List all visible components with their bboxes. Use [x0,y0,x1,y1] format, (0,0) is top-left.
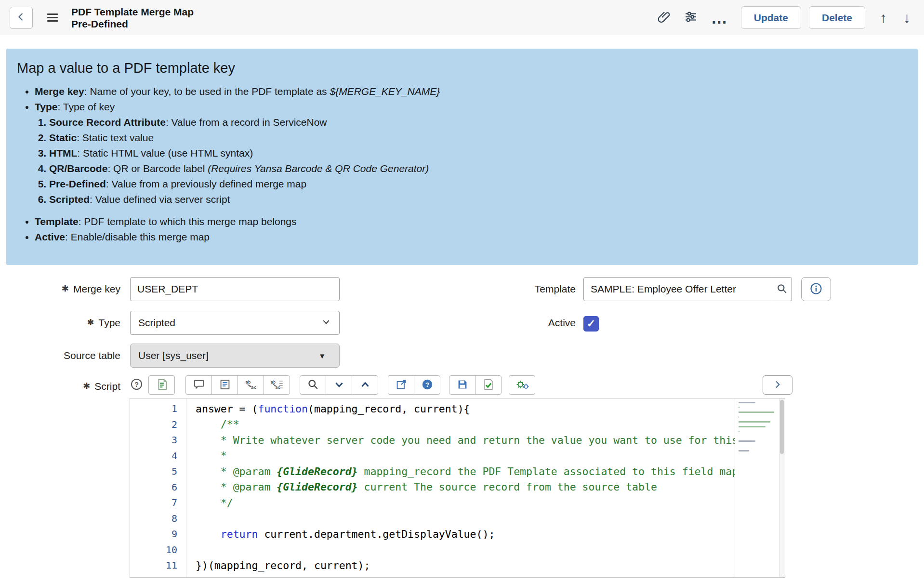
code-line-text: * @param {GlideRecord} current The sourc… [186,481,657,493]
update-button[interactable]: Update [741,6,801,29]
code-line: 6 * @param {GlideRecord} current The sou… [130,479,785,495]
code-line: 10 [130,542,785,558]
save-script-button[interactable] [449,375,475,395]
more-options-button[interactable]: … [711,13,728,23]
code-line-text: * [186,450,227,462]
type-select[interactable]: Scripted [130,311,340,335]
minimap-bar [739,407,739,408]
line-number: 11 [130,559,186,571]
line-number: 5 [130,465,186,477]
minimap-bar [739,431,739,432]
previous-record-button[interactable]: ↑ [880,10,887,26]
code-line: 2 /** [130,417,785,433]
info-heading: Map a value to a PDF template key [17,60,903,76]
validate-script-button[interactable] [475,375,502,395]
svg-text:ab: ab [245,379,251,384]
line-number: 9 [130,528,186,540]
editor-help-button[interactable]: ? [414,375,440,395]
code-line-text: /** [186,418,239,430]
code-line-text: */ [186,497,233,509]
merge-key-input[interactable] [130,277,340,301]
template-preview-button[interactable] [801,277,831,301]
required-icon: ✱ [87,318,94,327]
script-editor-toolbar: abac abac [148,375,535,395]
context-menu-icon[interactable] [47,13,58,22]
search-code-button[interactable] [300,375,326,395]
type-option-scripted: Scripted: Value defined via server scrip… [49,192,903,207]
comment-toggle-button[interactable] [185,375,212,395]
svg-text:ab: ab [271,379,276,384]
line-number: 4 [130,450,186,462]
svg-text:?: ? [425,381,429,388]
search-icon [307,379,318,391]
save-disk-icon [457,379,468,392]
template-input[interactable] [583,277,772,301]
type-label: ✱Type [0,317,120,329]
merge-key-label: ✱Merge key [0,283,120,295]
active-checkbox[interactable]: ✓ [583,316,599,332]
type-option-source-record: Source Record Attribute: Value from a re… [49,115,903,130]
info-message-box: Map a value to a PDF template key Merge … [6,49,918,265]
replace-all-button[interactable]: abac [264,375,290,395]
source-table-select[interactable]: User [sys_user] ▼ [130,344,340,368]
attachment-button[interactable] [658,11,671,25]
code-line: 9 return current.department.getDisplayVa… [130,526,785,542]
info-bullet-type: Type: Type of key Source Record Attribut… [35,99,903,207]
code-line: 3 * Write whatever server code you need … [130,432,785,448]
code-line-text: answer = (function(mapping_record, curre… [186,403,470,415]
search-icon [777,283,787,295]
delete-button[interactable]: Delete [809,6,865,29]
type-option-qr-barcode: QR/Barcode: QR or Barcode label (Require… [49,161,903,176]
required-icon: ✱ [62,284,69,293]
script-field-help-icon[interactable]: ? [131,379,142,390]
line-number: 1 [130,403,186,414]
type-option-pre-defined: Pre-Defined: Value from a previously def… [49,176,903,192]
code-line: 1answer = (function(mapping_record, curr… [130,401,785,417]
script-code-editor[interactable]: 1answer = (function(mapping_record, curr… [130,398,785,578]
replace-button[interactable]: abac [238,375,264,395]
script-icon [156,378,168,392]
script-label: ✱Script [0,381,120,392]
code-line-text: return current.department.getDisplayValu… [186,528,495,540]
script-debugger-button[interactable] [509,375,535,395]
format-code-button[interactable] [211,375,238,395]
find-previous-button[interactable] [352,375,378,395]
source-table-value: User [sys_user] [138,350,209,361]
chevron-left-icon [16,12,26,24]
open-fullscreen-button[interactable] [388,375,414,395]
info-bullet-template: Template: PDF template to which this mer… [35,214,903,229]
find-next-button[interactable] [326,375,352,395]
arrow-up-icon: ↑ [880,10,887,26]
replace-icon: abac [245,379,257,392]
minimap-bars [735,402,779,451]
personalize-form-button[interactable] [684,11,698,25]
ellipsis-icon: … [711,13,728,23]
minimap-bar [739,440,755,442]
editor-minimap[interactable] [735,398,779,577]
page-title-line2: Pre-Defined [71,18,194,30]
help-circle-icon: ? [422,379,433,392]
back-button[interactable] [10,7,33,29]
arrow-down-icon: ↓ [903,10,911,26]
source-table-label: Source table [0,350,120,361]
chevron-down-icon [333,379,345,391]
expand-editor-button[interactable] [763,375,792,395]
editor-vertical-scrollbar[interactable] [779,398,785,577]
template-reference-field [583,277,792,301]
code-line-text: })(mapping_record, current); [186,559,370,571]
line-number: 10 [130,544,186,556]
svg-text:ac: ac [251,385,256,390]
dropdown-triangle-icon: ▼ [318,352,326,360]
template-lookup-button[interactable] [772,277,792,301]
info-bullet-merge-key: Merge key: Name of your key, to be used … [35,84,903,99]
code-lines: 1answer = (function(mapping_record, curr… [130,398,785,573]
chevron-right-icon [773,380,782,391]
minimap-bar [739,450,749,451]
next-record-button[interactable]: ↓ [903,10,911,26]
code-line: 4 * [130,448,785,464]
syntax-script-button[interactable] [148,375,175,395]
replace-all-icon: abac [271,379,283,392]
line-number: 8 [130,513,186,524]
scrollbar-thumb[interactable] [780,400,784,454]
paperclip-icon [658,11,671,25]
